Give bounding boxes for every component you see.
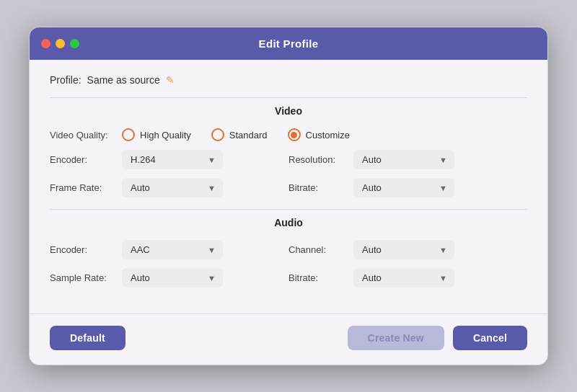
audio-bitrate-label: Bitrate: xyxy=(288,272,353,283)
sample-rate-label: Sample Rate: xyxy=(50,272,122,283)
sample-rate-group: Sample Rate: Auto 44100 48000 ▼ xyxy=(50,268,288,288)
resolution-label: Resolution: xyxy=(288,154,353,165)
minimize-traffic-light[interactable] xyxy=(56,39,65,48)
video-encoder-select-wrapper: H.264 H.265 MPEG-4 ▼ xyxy=(122,150,223,169)
radio-high-quality[interactable]: High Quality xyxy=(122,128,191,141)
framerate-bitrate-row: Frame Rate: Auto 24 25 30 60 ▼ Bitrate: xyxy=(50,178,527,197)
traffic-lights xyxy=(41,39,79,48)
frame-rate-select[interactable]: Auto 24 25 30 60 xyxy=(122,178,223,197)
dialog-body: Profile: Same as source ✎ Video Video Qu… xyxy=(30,60,547,313)
radio-standard[interactable]: Standard xyxy=(211,128,268,141)
video-quality-row: Video Quality: High Quality Standard xyxy=(50,128,527,141)
title-bar: Edit Profile xyxy=(30,27,547,60)
video-divider xyxy=(50,97,527,98)
channel-label: Channel: xyxy=(288,244,353,255)
audio-divider xyxy=(50,209,527,210)
framerate-group: Frame Rate: Auto 24 25 30 60 ▼ xyxy=(50,178,288,197)
radio-label-customize: Customize xyxy=(306,130,350,141)
audio-bitrate-select-wrapper: Auto 128k 192k 320k ▼ xyxy=(353,268,454,288)
audio-encoder-select[interactable]: AAC MP3 AC3 xyxy=(122,240,223,259)
audio-bitrate-group: Bitrate: Auto 128k 192k 320k ▼ xyxy=(288,268,527,288)
dialog-title: Edit Profile xyxy=(259,37,319,50)
create-new-button[interactable]: Create New xyxy=(348,326,444,350)
resolution-group: Resolution: Auto 1920x1080 1280x720 ▼ xyxy=(288,150,527,169)
maximize-traffic-light[interactable] xyxy=(70,39,79,48)
radio-circle-customize xyxy=(288,128,301,141)
audio-encoder-group: Encoder: AAC MP3 AC3 ▼ xyxy=(50,240,288,259)
audio-section-title: Audio xyxy=(50,217,527,228)
audio-encoder-label: Encoder: xyxy=(50,244,122,255)
radio-circle-standard xyxy=(211,128,224,141)
audio-encoder-channel-row: Encoder: AAC MP3 AC3 ▼ Channel: xyxy=(50,240,527,259)
bottom-bar: Default Create New Cancel xyxy=(30,313,547,365)
right-buttons: Create New Cancel xyxy=(348,326,527,350)
channel-group: Channel: Auto Stereo Mono ▼ xyxy=(288,240,527,259)
default-button[interactable]: Default xyxy=(50,326,125,350)
radio-label-high: High Quality xyxy=(140,130,191,141)
radio-customize[interactable]: Customize xyxy=(288,128,350,141)
edit-profile-dialog: Edit Profile Profile: Same as source ✎ V… xyxy=(29,27,548,365)
video-section-title: Video xyxy=(50,105,527,117)
channel-select[interactable]: Auto Stereo Mono xyxy=(353,240,454,259)
close-traffic-light[interactable] xyxy=(41,39,50,48)
frame-rate-select-wrapper: Auto 24 25 30 60 ▼ xyxy=(122,178,223,197)
sample-rate-select-wrapper: Auto 44100 48000 ▼ xyxy=(122,268,223,288)
video-bitrate-select-wrapper: Auto High Medium Low ▼ xyxy=(353,178,454,197)
resolution-select-wrapper: Auto 1920x1080 1280x720 ▼ xyxy=(353,150,454,169)
video-section: Video Video Quality: High Quality Standa… xyxy=(50,105,527,197)
audio-encoder-select-wrapper: AAC MP3 AC3 ▼ xyxy=(122,240,223,259)
cancel-button[interactable]: Cancel xyxy=(453,326,527,350)
quality-options: High Quality Standard Customize xyxy=(122,128,350,141)
frame-rate-label: Frame Rate: xyxy=(50,182,122,193)
video-quality-label: Video Quality: xyxy=(50,130,122,141)
sample-rate-select[interactable]: Auto 44100 48000 xyxy=(122,268,223,288)
radio-label-standard: Standard xyxy=(229,130,268,141)
edit-profile-icon[interactable]: ✎ xyxy=(166,74,175,86)
encoder-resolution-row: Encoder: H.264 H.265 MPEG-4 ▼ Resolution… xyxy=(50,150,527,169)
video-bitrate-select[interactable]: Auto High Medium Low xyxy=(353,178,454,197)
profile-value: Same as source xyxy=(87,74,160,86)
profile-row: Profile: Same as source ✎ xyxy=(50,74,527,86)
video-bitrate-label: Bitrate: xyxy=(288,182,353,193)
audio-bitrate-select[interactable]: Auto 128k 192k 320k xyxy=(353,268,454,288)
channel-select-wrapper: Auto Stereo Mono ▼ xyxy=(353,240,454,259)
radio-inner-customize xyxy=(291,132,297,138)
video-encoder-label: Encoder: xyxy=(50,154,122,165)
video-encoder-select[interactable]: H.264 H.265 MPEG-4 xyxy=(122,150,223,169)
audio-section: Audio Encoder: AAC MP3 AC3 ▼ Channel xyxy=(50,217,527,288)
encoder-group: Encoder: H.264 H.265 MPEG-4 ▼ xyxy=(50,150,288,169)
radio-circle-high xyxy=(122,128,135,141)
samplerate-audiobitrate-row: Sample Rate: Auto 44100 48000 ▼ Bitrate: xyxy=(50,268,527,288)
profile-label: Profile: xyxy=(50,74,82,86)
resolution-select[interactable]: Auto 1920x1080 1280x720 xyxy=(353,150,454,169)
video-bitrate-group: Bitrate: Auto High Medium Low ▼ xyxy=(288,178,527,197)
